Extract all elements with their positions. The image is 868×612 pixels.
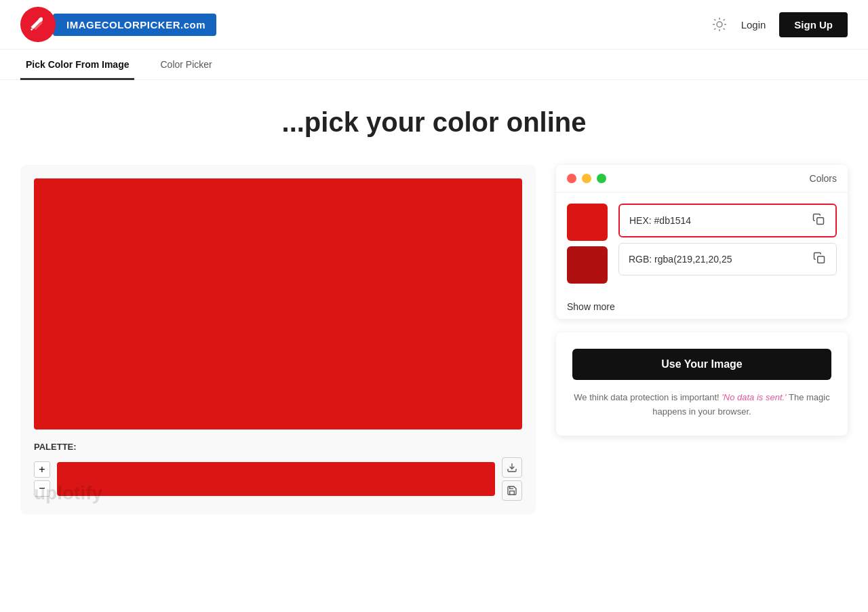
hex-value-row: HEX: #db1514 [618,204,837,237]
svg-line-8 [723,19,724,20]
login-button[interactable]: Login [741,19,766,31]
svg-line-7 [714,28,715,30]
window-dot-yellow [582,174,591,183]
palette-actions [502,457,522,501]
main-content: ...pick your color online PALETTE: + − [0,80,868,535]
colors-card: Colors HEX: #db1514 [556,165,848,319]
color-swatch-main [567,204,608,241]
svg-line-5 [714,19,715,20]
window-dot-red [567,174,576,183]
tab-pick-color[interactable]: Pick Color From Image [20,50,134,79]
svg-rect-11 [818,256,825,263]
palette-row: + − [34,457,522,501]
logo-area: IMAGECOLORPICKER.com [20,7,216,42]
rgb-value-text: RGB: rgba(219,21,20,25 [629,254,732,265]
logo-text[interactable]: IMAGECOLORPICKER.com [53,14,216,36]
colors-card-body: HEX: #db1514 RGB: rgba(219,21,20,25 [556,193,848,294]
colors-card-header: Colors [556,165,848,193]
color-swatches [567,204,608,284]
palette-label: PALETTE: [34,442,522,452]
palette-download-button[interactable] [502,457,522,478]
header: IMAGECOLORPICKER.com Login Sign Up [0,0,868,50]
data-protection-text: We think data protection is important! '… [572,391,831,419]
hex-value-text: HEX: #db1514 [629,215,691,226]
left-panel: PALETTE: + − [20,165,536,514]
upload-card: Use Your Image We think data protection … [556,332,848,436]
palette-add-button[interactable]: + [34,461,50,478]
content-area: PALETTE: + − [20,165,848,514]
tab-color-picker[interactable]: Color Picker [155,50,217,79]
color-values: HEX: #db1514 RGB: rgba(219,21,20,25 [618,204,837,284]
svg-point-0 [717,22,722,27]
rgb-copy-button[interactable] [812,250,827,268]
palette-save-button[interactable] [502,480,522,501]
palette-section: PALETTE: + − [34,442,522,501]
use-image-button[interactable]: Use Your Image [572,349,831,380]
show-more-button[interactable]: Show more [556,294,626,319]
hex-copy-button[interactable] [811,212,826,229]
logo-icon[interactable] [20,7,56,42]
color-swatch-dark [567,246,608,284]
protection-highlight: 'No data is sent.' [722,392,786,402]
rgb-value-row: RGB: rgba(219,21,20,25 [618,243,837,275]
protection-text-1: We think data protection is important! [574,392,722,402]
theme-toggle-icon[interactable] [711,16,728,33]
palette-color-bar [57,462,495,496]
header-right: Login Sign Up [711,12,848,37]
palette-remove-button[interactable]: − [34,480,50,497]
image-canvas[interactable] [34,178,522,429]
colors-card-title: Colors [810,173,837,184]
right-panel: Colors HEX: #db1514 [556,165,848,436]
nav-tabs: Pick Color From Image Color Picker [0,50,868,80]
signup-button[interactable]: Sign Up [779,12,848,37]
window-dot-green [597,174,606,183]
svg-line-6 [723,28,724,30]
svg-rect-10 [817,218,824,225]
palette-controls: + − [34,461,50,497]
hero-title: ...pick your color online [20,107,848,138]
